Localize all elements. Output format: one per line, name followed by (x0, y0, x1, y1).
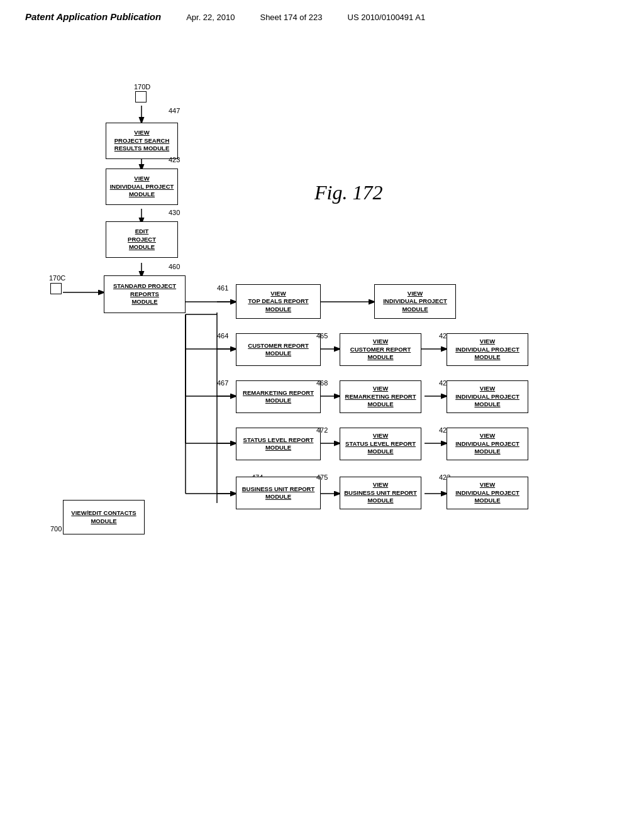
box-edit-project: EDIT PROJECT MODULE (106, 221, 178, 258)
box-view-individual-remarketing: VIEW INDIVIDUAL PROJECT MODULE (447, 380, 528, 413)
box-remarketing-report: REMARKETING REPORT MODULE (236, 380, 321, 413)
ref-468: 468 (316, 379, 328, 387)
header-date: Apr. 22, 2010 (186, 13, 235, 22)
header-sheet: Sheet 174 of 223 (260, 13, 322, 22)
header-title: Patent Application Publication (25, 11, 161, 22)
ref-467: 467 (217, 379, 228, 387)
box-view-individual-customer: VIEW INDIVIDUAL PROJECT MODULE (447, 333, 528, 366)
ref-447: 447 (169, 107, 180, 114)
box-view-individual-business: VIEW INDIVIDUAL PROJECT MODULE (447, 477, 528, 509)
box-view-individual-top: VIEW INDIVIDUAL PROJECT MODULE (374, 284, 456, 319)
ref-464: 464 (217, 332, 228, 340)
box-standard-project-reports: STANDARD PROJECT REPORTS MODULE (104, 275, 186, 313)
diagram: 170C 170D Fig. 172 447 VIEW PROJECT SEAR… (31, 88, 610, 811)
fig-label: Fig. 172 (314, 181, 382, 204)
box-business-unit-report: BUSINESS UNIT REPORT MODULE (236, 477, 321, 509)
box-view-remarketing: VIEW REMARKETING REPORT MODULE (340, 380, 421, 413)
box-view-customer-report: VIEW CUSTOMER REPORT MODULE (340, 333, 421, 366)
box-view-status-level: VIEW STATUS LEVEL REPORT MODULE (340, 428, 421, 460)
box-customer-report: CUSTOMER REPORT MODULE (236, 333, 321, 366)
box-view-edit-contacts: VIEW/EDIT CONTACTS MODULE (63, 500, 145, 534)
box-view-individual-1: VIEW INDIVIDUAL PROJECT MODULE (106, 169, 178, 205)
box-view-project-search: VIEW PROJECT SEARCH RESULTS MODULE (106, 123, 178, 159)
ref-170d: 170D (134, 83, 150, 91)
ref-475: 475 (316, 473, 328, 481)
ref-472: 472 (316, 426, 328, 434)
ref-170c: 170C (49, 274, 65, 282)
ref-461: 461 (217, 284, 228, 292)
corner-box-170d (135, 91, 147, 102)
page-header: Patent Application Publication Apr. 22, … (0, 0, 644, 22)
box-view-individual-status: VIEW INDIVIDUAL PROJECT MODULE (447, 428, 528, 460)
box-view-business-unit: VIEW BUSINESS UNIT REPORT MODULE (340, 477, 421, 509)
box-view-top-deals: VIEW TOP DEALS REPORT MODULE (236, 284, 321, 319)
box-status-level-report: STATUS LEVEL REPORT MODULE (236, 428, 321, 460)
ref-423a: 423 (169, 156, 180, 163)
ref-430: 430 (169, 209, 180, 216)
corner-box-170c (50, 283, 62, 294)
ref-700: 700 (50, 525, 62, 533)
ref-465: 465 (316, 332, 328, 340)
ref-460: 460 (169, 263, 180, 270)
header-patent: US 2010/0100491 A1 (348, 13, 426, 22)
